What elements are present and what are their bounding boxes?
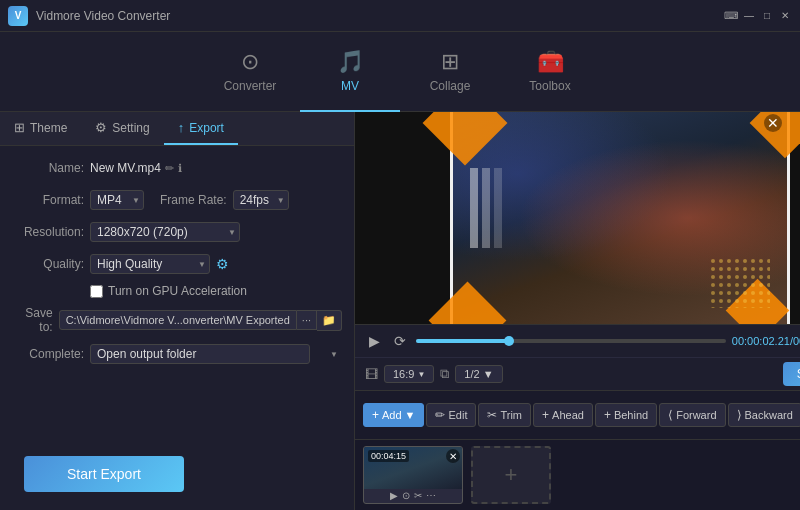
svg-rect-2 <box>494 168 502 248</box>
frame-rate-select[interactable]: 24fps 25fps 30fps <box>233 190 289 210</box>
complete-row: Complete: Open output folder Do nothing … <box>12 342 342 366</box>
clip-play-icon: ▶ <box>390 490 398 501</box>
format-label: Format: <box>12 193 84 207</box>
edit-button[interactable]: ✏ Edit <box>426 403 476 427</box>
format-row: Format: MP4 AVI MOV Frame Rate: 24fps 25… <box>12 188 342 212</box>
video-close-btn[interactable]: ✕ <box>764 114 782 132</box>
clip-item[interactable]: 00:04:15 ✕ ▶ ⊙ ✂ ⋯ <box>363 446 463 504</box>
setting-label: Setting <box>112 121 149 135</box>
collage-label: Collage <box>430 79 471 93</box>
add-clip-button[interactable]: + <box>471 446 551 504</box>
add-button[interactable]: + Add ▼ <box>363 403 424 427</box>
trim-icon: ✂ <box>487 408 497 422</box>
export-label: Export <box>189 121 224 135</box>
resolution-label: Resolution: <box>12 225 84 239</box>
page-label: 1/2 <box>464 368 479 380</box>
restore-btn[interactable]: □ <box>760 9 774 23</box>
clip-controls: ▶ ⊙ ✂ ⋯ <box>364 490 462 501</box>
trim-label: Trim <box>500 409 522 421</box>
progress-fill <box>416 339 509 343</box>
video-frame: ✕ <box>450 112 790 324</box>
loop-button[interactable]: ⟳ <box>390 331 410 351</box>
play-button[interactable]: ▶ <box>365 331 384 351</box>
clip-row: 00:04:15 ✕ ▶ ⊙ ✂ ⋯ + <box>355 440 800 510</box>
app-title: Vidmore Video Converter <box>36 9 724 23</box>
format-select[interactable]: MP4 AVI MOV <box>90 190 144 210</box>
resolution-select-wrapper: 1280x720 (720p) 1920x1080 (1080p) 854x48… <box>90 222 240 242</box>
info-icon[interactable]: ℹ <box>178 162 182 175</box>
ahead-icon: + <box>542 408 549 422</box>
add-arrow: ▼ <box>405 409 416 421</box>
left-panel: ⊞ Theme ⚙ Setting ↑ Export Name: New MV.… <box>0 112 355 510</box>
theme-icon: ⊞ <box>14 120 25 135</box>
clip-close-btn[interactable]: ✕ <box>446 449 460 463</box>
ratio-label: 16:9 <box>393 368 414 380</box>
gpu-checkbox[interactable] <box>90 285 103 298</box>
start-export-container: Start Export <box>0 444 354 510</box>
mv-icon: 🎵 <box>337 49 364 75</box>
ahead-button[interactable]: + Ahead <box>533 403 593 427</box>
aspect-ratio-btn[interactable]: 16:9 ▼ <box>384 365 434 383</box>
gpu-label: Turn on GPU Acceleration <box>108 284 247 298</box>
page-arrow: ▼ <box>483 368 494 380</box>
name-text: New MV.mp4 <box>90 161 161 175</box>
time-display: 00:00:02.21/00:04:15.12 <box>732 335 800 347</box>
setting-icon: ⚙ <box>95 120 107 135</box>
quality-gear-icon[interactable]: ⚙ <box>216 256 229 272</box>
add-clip-icon: + <box>505 462 518 488</box>
converter-label: Converter <box>224 79 277 93</box>
backward-icon: ⟩ <box>737 408 742 422</box>
mv-label: MV <box>341 79 359 93</box>
dot-decoration <box>710 258 770 308</box>
settings-area: Name: New MV.mp4 ✏ ℹ Format: MP4 AVI MOV <box>0 146 354 444</box>
name-label: Name: <box>12 161 84 175</box>
time-current: 00:00:02.21 <box>732 335 790 347</box>
pages-icon: ⧉ <box>440 366 449 382</box>
clip-trim-icon: ✂ <box>414 490 422 501</box>
browse-btn[interactable]: ··· <box>297 310 317 330</box>
page-indicator-btn[interactable]: 1/2 ▼ <box>455 365 502 383</box>
sub-tab-theme[interactable]: ⊞ Theme <box>0 112 81 145</box>
behind-label: Behind <box>614 409 648 421</box>
tab-mv[interactable]: 🎵 MV <box>300 32 400 112</box>
backward-button[interactable]: ⟩ Backward <box>728 403 801 427</box>
svg-rect-1 <box>482 168 490 248</box>
save-to-label: Save to: <box>12 306 53 334</box>
gpu-row: Turn on GPU Acceleration <box>12 284 342 298</box>
stripe-decoration <box>470 168 510 248</box>
tab-toolbox[interactable]: 🧰 Toolbox <box>500 32 600 112</box>
complete-select[interactable]: Open output folder Do nothing Shut down <box>90 344 310 364</box>
minimize-btn[interactable]: — <box>742 9 756 23</box>
sub-tab-setting[interactable]: ⚙ Setting <box>81 112 163 145</box>
title-bar: V Vidmore Video Converter ⌨ — □ ✕ <box>0 0 800 32</box>
progress-dot <box>504 336 514 346</box>
start-export-button[interactable]: Start Export <box>783 362 800 386</box>
close-btn[interactable]: ✕ <box>778 9 792 23</box>
trim-button[interactable]: ✂ Trim <box>478 403 531 427</box>
name-value: New MV.mp4 ✏ ℹ <box>90 161 182 175</box>
clip-loop-icon: ⊙ <box>402 490 410 501</box>
clip-duration: 00:04:15 <box>368 450 409 462</box>
svg-rect-4 <box>710 258 770 308</box>
forward-button[interactable]: ⟨ Forward <box>659 403 725 427</box>
keyboard-btn[interactable]: ⌨ <box>724 9 738 23</box>
tab-collage[interactable]: ⊞ Collage <box>400 32 500 112</box>
time-total: 00:04:15.12 <box>793 335 800 347</box>
folder-btn[interactable]: 📁 <box>317 310 342 331</box>
start-export-main-button[interactable]: Start Export <box>24 456 184 492</box>
quality-row: Quality: High Quality Medium Quality Low… <box>12 252 342 276</box>
sub-tab-export[interactable]: ↑ Export <box>164 112 238 145</box>
save-path-text: C:\Vidmore\Vidmore V...onverter\MV Expor… <box>59 310 297 330</box>
tab-converter[interactable]: ⊙ Converter <box>200 32 300 112</box>
collage-icon: ⊞ <box>441 49 459 75</box>
backward-label: Backward <box>745 409 793 421</box>
edit-icon[interactable]: ✏ <box>165 162 174 175</box>
controls-row2: 🎞 16:9 ▼ ⧉ 1/2 ▼ Start Export <box>355 357 800 390</box>
svg-rect-0 <box>470 168 478 248</box>
progress-bar[interactable] <box>416 339 726 343</box>
toolbox-icon: 🧰 <box>537 49 564 75</box>
behind-button[interactable]: + Behind <box>595 403 657 427</box>
name-row: Name: New MV.mp4 ✏ ℹ <box>12 156 342 180</box>
quality-select[interactable]: High Quality Medium Quality Low Quality <box>90 254 210 274</box>
resolution-select[interactable]: 1280x720 (720p) 1920x1080 (1080p) 854x48… <box>90 222 240 242</box>
